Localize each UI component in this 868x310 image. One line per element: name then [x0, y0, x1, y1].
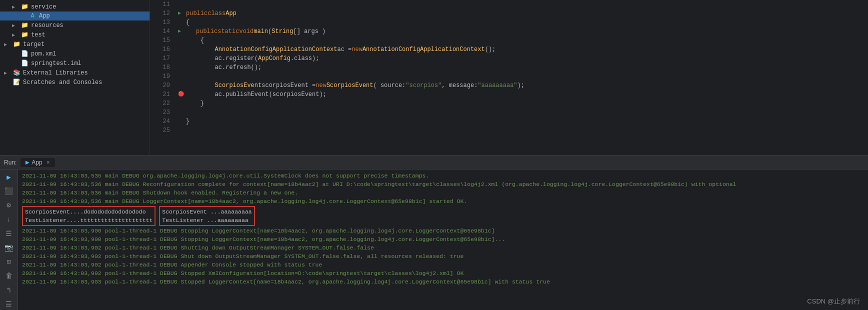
sidebar-item-springtest[interactable]: 📄 springtest.iml — [0, 58, 150, 68]
sidebar-label-springtest: springtest.iml — [31, 60, 82, 67]
sidebar-label-test: test — [31, 32, 46, 38]
log-line-15: 2021-11-09 16:43:03,903 pool-1-thread-1 … — [22, 278, 864, 286]
stop-button[interactable]: ⬛ — [3, 186, 15, 196]
lib-icon-extlibs: 📚 — [12, 69, 21, 76]
log-line-8: TestListener ...aaaaaaaaa — [162, 216, 252, 224]
collapse-arrow-extlibs: ▶ — [4, 70, 12, 76]
close-panel-button[interactable]: ☰ — [3, 299, 15, 310]
code-line-18: ac.refresh(); — [178, 63, 868, 72]
collapse-arrow-test: ▶ — [12, 32, 20, 38]
sidebar-item-app[interactable]: A App — [0, 12, 150, 20]
code-line-11 — [178, 0, 868, 9]
class-icon-app: A — [28, 12, 37, 20]
scratch-icon: 📝 — [12, 78, 21, 86]
console-output[interactable]: 2021-11-09 16:43:03,535 main DEBUG org.a… — [18, 170, 868, 310]
line-arrow-14: ▶ — [178, 27, 186, 36]
collapse-arrow-target: ▶ — [4, 42, 12, 48]
restore-button[interactable]: ↰ — [3, 284, 15, 296]
code-line-21: 🔴 ac.publishEvent(scorpiosEvent); — [178, 90, 868, 99]
watermark: CSDN @止步前行 — [807, 297, 860, 306]
log-line-11: 2021-11-09 16:43:03,902 pool-1-thread-1 … — [22, 244, 864, 252]
collapse-arrow-service: ▶ — [12, 4, 20, 10]
folder-icon-target: 📁 — [12, 40, 21, 48]
code-line-22: } — [178, 99, 868, 108]
bottom-panel: Run: ▶ App × ▶ ⬛ ⚙ ↓ ☰ 📷 ⊡ 🗑 ↰ ☰ 2021-11… — [0, 155, 868, 310]
sidebar-label-pom: pom.xml — [31, 50, 56, 58]
line-numbers: 11 12 13 14 15 16 17 18 19 20 21 22 23 2… — [150, 0, 174, 155]
scroll-down-button[interactable]: ↓ — [3, 214, 15, 225]
iml-icon-springtest: 📄 — [20, 60, 29, 67]
sidebar-label-scratches: Scratches and Consoles — [23, 79, 102, 86]
log-line-5: ScorpiosEvent....dododododododododo — [25, 208, 152, 216]
code-line-12: ▶ public class App — [178, 9, 868, 18]
sidebar-label-resources: resources — [31, 22, 64, 29]
log-line-9: 2021-11-09 16:43:03,900 pool-1-thread-1 … — [22, 226, 864, 235]
code-content[interactable]: ▶ public class App { ▶ public static voi… — [174, 0, 868, 155]
bottom-toolbar: Run: ▶ App × — [0, 156, 868, 170]
collapse-arrow-resources: ▶ — [12, 22, 20, 28]
log-line-4: 2021-11-09 16:43:03,536 main DEBUG Logge… — [22, 197, 864, 206]
folder-icon-service: 📁 — [20, 3, 29, 10]
code-line-16: AnnotationConfigApplicationContext ac = … — [178, 45, 868, 54]
main-area: ▶ 📁 service A App ▶ 📁 resources ▶ 📁 test… — [0, 0, 868, 155]
line-arrow-12: ▶ — [178, 9, 186, 18]
sidebar-label-extlibs: External Libraries — [23, 70, 88, 76]
console-sidebar: ▶ ⬛ ⚙ ↓ ☰ 📷 ⊡ 🗑 ↰ ☰ — [0, 170, 18, 310]
sidebar-item-target[interactable]: ▶ 📁 target — [0, 40, 150, 49]
sidebar-item-test[interactable]: ▶ 📁 test — [0, 30, 150, 40]
log-line-13: 2021-11-09 16:43:03,902 pool-1-thread-1 … — [22, 260, 864, 269]
editor-area: 11 12 13 14 15 16 17 18 19 20 21 22 23 2… — [150, 0, 868, 155]
log-line-2: 2021-11-09 16:43:03,536 main DEBUG Recon… — [22, 180, 864, 188]
log-line-3: 2021-11-09 16:43:03,536 main DEBUG Shutd… — [22, 188, 864, 197]
filter-button[interactable]: ☰ — [3, 228, 15, 239]
code-line-19 — [178, 72, 868, 81]
code-view: 11 12 13 14 15 16 17 18 19 20 21 22 23 2… — [150, 0, 868, 155]
run-label: Run: — [4, 159, 16, 166]
screenshot-button[interactable]: 📷 — [3, 242, 15, 253]
line-arrow-21: 🔴 — [178, 90, 186, 99]
sidebar-item-extlibs[interactable]: ▶ 📚 External Libraries — [0, 68, 150, 78]
log-line-6: TestListener....ttttttttttttttttttttt — [25, 216, 152, 224]
app-tab-label: App — [32, 159, 42, 166]
log-line-14: 2021-11-09 16:43:03,902 pool-1-thread-1 … — [22, 269, 864, 278]
sidebar-item-resources[interactable]: ▶ 📁 resources — [0, 20, 150, 30]
highlight-group-2: ScorpiosEvent ...aaaaaaaaa TestListener … — [159, 206, 254, 226]
log-line-12: 2021-11-09 16:43:03,902 pool-1-thread-1 … — [22, 252, 864, 260]
clear-button[interactable]: 🗑 — [3, 270, 15, 282]
sidebar-item-pom[interactable]: 📄 pom.xml — [0, 49, 150, 58]
sidebar-label-app: App — [39, 12, 50, 20]
app-tab[interactable]: ▶ App × — [20, 158, 54, 167]
code-line-20: ScorpiosEvent scorpiosEvent = new Scorpi… — [178, 81, 868, 90]
highlight-group-1: ScorpiosEvent....dododododododododo Test… — [22, 206, 156, 226]
code-line-25 — [178, 126, 868, 135]
xml-icon-pom: 📄 — [20, 50, 29, 58]
close-tab-icon[interactable]: × — [46, 159, 50, 166]
log-line-1: 2021-11-09 16:43:03,535 main DEBUG org.a… — [22, 172, 864, 180]
layout-button[interactable]: ⊡ — [3, 256, 15, 268]
code-line-13: { — [178, 18, 868, 27]
code-line-23 — [178, 108, 868, 117]
app-icon: ▶ — [26, 160, 30, 165]
run-button[interactable]: ▶ — [3, 172, 15, 182]
settings-button[interactable]: ⚙ — [3, 200, 15, 211]
sidebar-item-service[interactable]: ▶ 📁 service — [0, 2, 150, 12]
code-line-15: { — [178, 36, 868, 45]
folder-icon-test: 📁 — [20, 31, 29, 38]
console-layout: ▶ ⬛ ⚙ ↓ ☰ 📷 ⊡ 🗑 ↰ ☰ 2021-11-09 16:43:03,… — [0, 170, 868, 310]
sidebar-item-scratches[interactable]: 📝 Scratches and Consoles — [0, 78, 150, 87]
code-line-14: ▶ public static void main( String[] args… — [178, 27, 868, 36]
code-line-17: ac.register(AppConfig.class); — [178, 54, 868, 63]
log-line-10: 2021-11-09 16:43:03,900 pool-1-thread-1 … — [22, 235, 864, 244]
sidebar-label-service: service — [31, 4, 56, 10]
sidebar-label-target: target — [23, 41, 44, 48]
folder-icon-resources: 📁 — [20, 22, 29, 29]
sidebar: ▶ 📁 service A App ▶ 📁 resources ▶ 📁 test… — [0, 0, 150, 155]
log-line-7: ScorpiosEvent ...aaaaaaaaa — [162, 208, 252, 216]
code-line-24: } — [178, 117, 868, 126]
